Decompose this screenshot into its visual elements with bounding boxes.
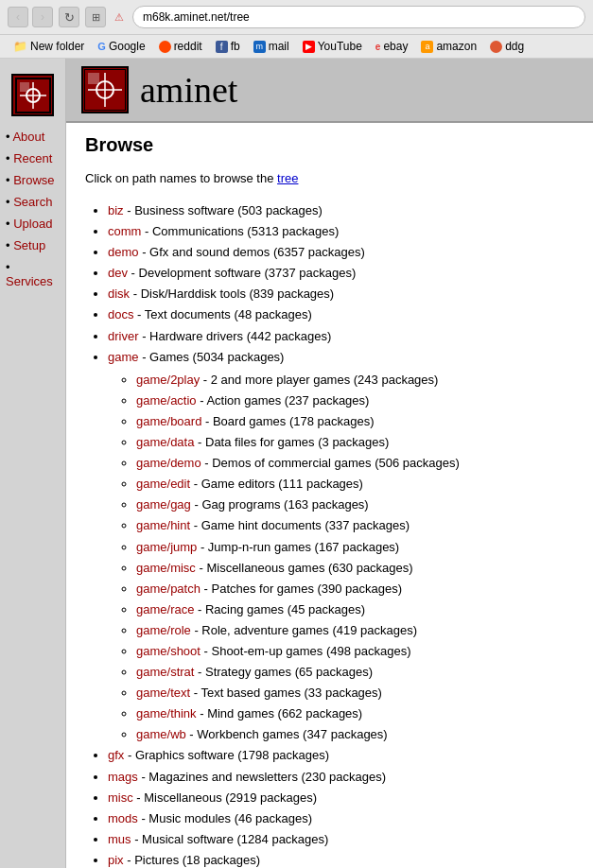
bookmark-label: New folder bbox=[30, 40, 84, 53]
category-link-dev[interactable]: dev bbox=[108, 266, 128, 280]
sidebar-link-recent[interactable]: Recent bbox=[13, 151, 52, 165]
sidebar-item-browse[interactable]: Browse bbox=[0, 169, 65, 191]
list-item: biz - Business software (503 packages) bbox=[108, 200, 574, 221]
category-link-pix[interactable]: pix bbox=[108, 853, 124, 867]
list-item: game/patch - Patches for games (390 pack… bbox=[136, 579, 574, 599]
mail-icon: m bbox=[253, 41, 266, 53]
bookmark-google[interactable]: G Google bbox=[92, 38, 150, 55]
list-item: game/demo - Demos of commercial games (5… bbox=[136, 453, 574, 474]
sidebar-link-upload[interactable]: Upload bbox=[13, 217, 52, 231]
bookmark-mail[interactable]: m mail bbox=[248, 38, 295, 55]
site-header: aminet bbox=[66, 59, 593, 123]
subcategory-link-gameactio[interactable]: game/actio bbox=[136, 393, 197, 408]
sidebar-item-recent[interactable]: Recent bbox=[0, 148, 65, 169]
list-item: game - Games (5034 packages) game/2play … bbox=[108, 347, 574, 746]
forward-button[interactable]: › bbox=[32, 7, 53, 27]
bookmark-label: mail bbox=[269, 40, 289, 53]
category-link-misc[interactable]: misc bbox=[108, 790, 133, 805]
subcategory-link-gamethink[interactable]: game/think bbox=[136, 706, 197, 720]
tree-link[interactable]: tree bbox=[277, 171, 298, 185]
back-button[interactable]: ‹ bbox=[8, 7, 28, 27]
site-logo bbox=[81, 66, 129, 113]
subcategory-link-gameboard[interactable]: game/board bbox=[136, 414, 201, 428]
bookmark-youtube[interactable]: ▶ YouTube bbox=[297, 38, 368, 55]
browser-toolbar: ‹ › ↻ ⊞ ⚠ bbox=[0, 0, 593, 34]
sidebar-link-setup[interactable]: Setup bbox=[13, 238, 45, 252]
list-item: comm - Communications (5313 packages) bbox=[108, 221, 574, 242]
subcategory-link-gamehint[interactable]: game/hint bbox=[136, 518, 190, 532]
site-header-inner: aminet bbox=[66, 59, 593, 122]
svg-rect-6 bbox=[88, 73, 99, 84]
category-link-comm[interactable]: comm bbox=[108, 224, 141, 238]
sidebar-link-services[interactable]: Services bbox=[6, 274, 53, 288]
bookmark-reddit[interactable]: reddit bbox=[153, 38, 208, 55]
subcategory-link-gametext[interactable]: game/text bbox=[136, 686, 190, 700]
sidebar-item-search[interactable]: Search bbox=[0, 191, 65, 213]
list-item: misc - Miscellaneous (2919 packages) bbox=[108, 788, 574, 808]
category-link-game[interactable]: game bbox=[108, 350, 139, 364]
url-bar[interactable] bbox=[132, 6, 585, 28]
subcategory-link-gamerace[interactable]: game/race bbox=[136, 602, 194, 616]
list-item: game/edit - Game editors (111 packages) bbox=[136, 474, 574, 495]
list-item: game/actio - Action games (237 packages) bbox=[136, 391, 574, 411]
bookmark-label: fb bbox=[231, 40, 240, 53]
sidebar-item-setup[interactable]: Setup bbox=[0, 234, 65, 256]
security-icon: ⚠ bbox=[112, 9, 127, 25]
list-item: game/board - Board games (178 packages) bbox=[136, 411, 574, 432]
nav-buttons: ‹ › bbox=[8, 7, 53, 27]
subcategory-link-gamejump[interactable]: game/jump bbox=[136, 540, 197, 554]
sidebar-item-about[interactable]: About bbox=[0, 126, 65, 148]
sidebar-link-search[interactable]: Search bbox=[13, 195, 52, 209]
browse-intro: Click on path names to browse the tree bbox=[85, 171, 574, 185]
list-item: game/misc - Miscellaneous games (630 pac… bbox=[136, 558, 574, 579]
bookmark-new-folder[interactable]: 📁 New folder bbox=[8, 38, 90, 55]
sidebar-link-about[interactable]: About bbox=[12, 130, 44, 144]
aminet-logo-small bbox=[11, 74, 54, 116]
list-item: game/role - Role, adventure games (419 p… bbox=[136, 620, 574, 641]
subcategory-link-gamerole[interactable]: game/role bbox=[136, 623, 191, 637]
subcategory-link-gameedit[interactable]: game/edit bbox=[136, 477, 190, 491]
subcategory-link-gamemisc[interactable]: game/misc bbox=[136, 561, 196, 575]
subcategory-link-game2play[interactable]: game/2play bbox=[136, 373, 200, 387]
grid-button[interactable]: ⊞ bbox=[85, 7, 106, 27]
subcategory-link-gamegag[interactable]: game/gag bbox=[136, 497, 191, 512]
list-item: game/strat - Strategy games (65 packages… bbox=[136, 662, 574, 683]
sidebar-link-browse[interactable]: Browse bbox=[13, 173, 54, 187]
bookmark-ddg[interactable]: ddg bbox=[484, 38, 530, 55]
bookmarks-bar: 📁 New folder G Google reddit f fb m mail… bbox=[0, 34, 593, 58]
category-link-biz[interactable]: biz bbox=[108, 203, 124, 217]
bookmark-amazon[interactable]: a amazon bbox=[415, 38, 482, 55]
fb-icon: f bbox=[216, 41, 228, 53]
category-link-mus[interactable]: mus bbox=[108, 832, 131, 846]
category-link-docs[interactable]: docs bbox=[108, 307, 133, 321]
bookmark-label: YouTube bbox=[318, 40, 362, 53]
category-link-gfx[interactable]: gfx bbox=[108, 748, 124, 762]
subcategory-link-gamepatch[interactable]: game/patch bbox=[136, 582, 201, 596]
category-link-mods[interactable]: mods bbox=[108, 811, 138, 825]
category-link-disk[interactable]: disk bbox=[108, 286, 130, 301]
bookmark-fb[interactable]: f fb bbox=[210, 38, 246, 55]
list-item: game/shoot - Shoot-em-up games (498 pack… bbox=[136, 641, 574, 662]
bookmark-label: ddg bbox=[505, 40, 524, 53]
list-item: disk - Disk/Harddisk tools (839 packages… bbox=[108, 284, 574, 304]
reload-button[interactable]: ↻ bbox=[59, 7, 79, 27]
subcategory-link-gameshoot[interactable]: game/shoot bbox=[136, 644, 201, 658]
intro-text: Click on path names to browse the bbox=[85, 171, 273, 185]
list-item: demo - Gfx and sound demos (6357 package… bbox=[108, 242, 574, 263]
youtube-icon: ▶ bbox=[303, 41, 315, 53]
list-item: driver - Hardware drivers (442 packages) bbox=[108, 326, 574, 347]
ebay-icon: e bbox=[375, 42, 381, 52]
list-item: game/data - Data files for games (3 pack… bbox=[136, 432, 574, 453]
list-item: pix - Pictures (18 packages) bbox=[108, 850, 574, 868]
category-link-mags[interactable]: mags bbox=[108, 770, 138, 784]
bookmark-ebay[interactable]: e ebay bbox=[370, 38, 414, 55]
browser-chrome: ‹ › ↻ ⊞ ⚠ 📁 New folder G Google reddit f… bbox=[0, 0, 593, 59]
subcategory-link-gamestrat[interactable]: game/strat bbox=[136, 665, 194, 679]
sidebar-item-services[interactable]: Services bbox=[0, 256, 65, 292]
category-link-driver[interactable]: driver bbox=[108, 329, 139, 343]
subcategory-link-gamewb[interactable]: game/wb bbox=[136, 727, 186, 741]
sidebar-item-upload[interactable]: Upload bbox=[0, 213, 65, 234]
subcategory-link-gamedemo[interactable]: game/demo bbox=[136, 456, 201, 470]
category-link-demo[interactable]: demo bbox=[108, 245, 139, 259]
subcategory-link-gamedata[interactable]: game/data bbox=[136, 435, 194, 449]
